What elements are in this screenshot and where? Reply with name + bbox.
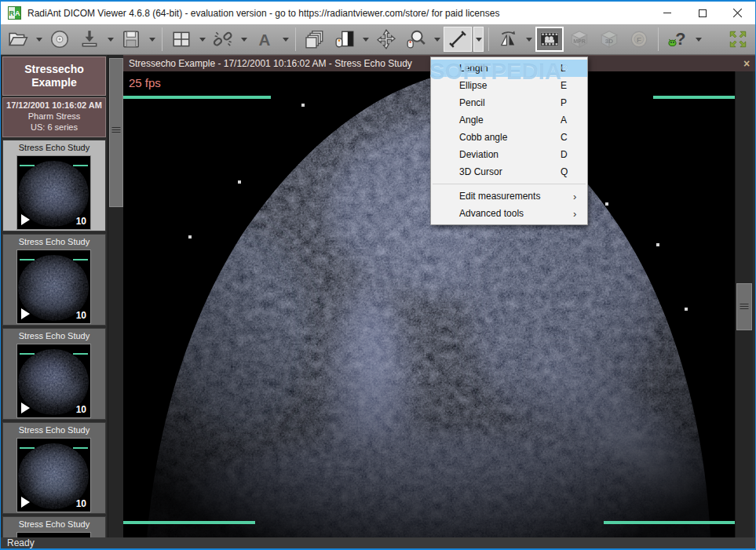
fullscreen-button[interactable]	[724, 27, 752, 52]
menu-item-cobb-angle[interactable]: Cobb angle C	[431, 129, 587, 146]
fullscreen-icon	[728, 29, 748, 49]
menu-item-shortcut: E	[561, 80, 587, 91]
series-scrollbar[interactable]	[735, 71, 753, 537]
menu-item-3d-cursor[interactable]: 3D Cursor Q	[431, 163, 587, 180]
ecg-marker	[20, 447, 35, 449]
menu-item-deviation[interactable]: Deviation D	[431, 146, 587, 163]
export-dropdown[interactable]	[147, 27, 157, 52]
fusion-icon: F	[629, 29, 649, 49]
menu-item-angle[interactable]: Angle A	[431, 111, 587, 129]
ecg-marker	[73, 165, 88, 166]
patient-name-header[interactable]: Stressecho Example	[2, 56, 106, 96]
cine-film-icon	[539, 29, 560, 49]
menu-item-label: Edit measurements	[431, 191, 573, 202]
pan-button[interactable]	[372, 27, 400, 52]
rotate-flip-icon	[498, 29, 518, 49]
menu-item-pencil[interactable]: Pencil P	[431, 94, 587, 111]
help-dropdown[interactable]	[693, 27, 703, 52]
open-study-dropdown[interactable]	[34, 27, 44, 52]
ecg-marker-line	[123, 96, 271, 99]
toolbar: A	[1, 24, 755, 55]
series-layout-button[interactable]	[167, 27, 195, 52]
close-button[interactable]	[720, 2, 755, 24]
study-series-count: US: 6 series	[3, 122, 105, 132]
app-logo-icon: R A	[8, 6, 21, 20]
browse-series-button[interactable]	[301, 27, 329, 52]
thumbnail-label: Stress Echo Study	[3, 235, 105, 250]
close-icon	[732, 8, 743, 18]
tab-close-button[interactable]: ×	[738, 57, 755, 70]
series-thumbnail-5[interactable]: Stress Echo Study 10	[2, 516, 106, 537]
menu-item-advanced-tools[interactable]: Advanced tools ›	[431, 205, 587, 222]
import-button[interactable]	[75, 27, 104, 52]
help-button[interactable]: ?	[663, 27, 692, 52]
zoom-button[interactable]	[402, 27, 430, 52]
maximize-button[interactable]	[685, 2, 720, 24]
volume-3d-button: 3D	[595, 27, 623, 52]
series-thumbnail-4[interactable]: Stress Echo Study	[2, 422, 106, 514]
frame-count: 10	[76, 404, 86, 415]
annotations-dropdown[interactable]	[280, 27, 290, 52]
chevron-down-icon	[108, 38, 114, 42]
thumbnail-label: Stress Echo Study	[3, 517, 105, 532]
broken-chain-icon	[213, 29, 233, 49]
chevron-down-icon	[526, 38, 532, 42]
thumbnail-image: 10	[16, 344, 91, 418]
title-bar: R A RadiAnt DICOM Viewer 4.6.8 (64-bit) …	[1, 2, 755, 24]
menu-item-label: Angle	[431, 115, 561, 126]
ecg-marker	[20, 165, 35, 166]
annotations-button[interactable]: A	[250, 27, 279, 52]
cine-button[interactable]	[535, 27, 564, 52]
maximize-icon	[699, 9, 707, 17]
unlink-dropdown[interactable]	[239, 27, 249, 52]
minimize-button[interactable]	[649, 2, 685, 24]
play-icon	[21, 214, 30, 225]
svg-text:?: ?	[675, 29, 685, 49]
measurements-dropdown[interactable]	[473, 27, 484, 52]
fps-overlay: 25 fps	[129, 76, 161, 89]
svg-text:3D: 3D	[605, 38, 614, 45]
ecg-marker	[73, 447, 88, 449]
menu-item-label: Ellipse	[431, 80, 561, 91]
export-save-button[interactable]	[117, 27, 145, 52]
help-icon: ?	[667, 29, 688, 49]
ecg-marker-line	[653, 96, 735, 99]
pan-arrows-icon	[376, 29, 396, 49]
chevron-down-icon	[363, 38, 369, 42]
window-level-icon	[334, 29, 355, 49]
rotate-flip-button[interactable]	[494, 27, 522, 52]
window-level-dropdown[interactable]	[360, 27, 371, 52]
import-dropdown[interactable]	[105, 27, 115, 52]
measurements-button[interactable]	[444, 27, 472, 52]
menu-item-length[interactable]: Length L	[431, 60, 587, 77]
study-info[interactable]: 17/12/2001 10:16:02 AM Pharm Stress US: …	[2, 97, 106, 137]
frame-count: 10	[76, 216, 86, 227]
measure-line-icon	[447, 29, 468, 49]
window-level-button[interactable]	[331, 27, 359, 52]
open-study-button[interactable]	[4, 27, 32, 52]
grip-icon	[740, 303, 749, 310]
menu-item-shortcut: L	[561, 63, 587, 74]
thumbnail-scrollbar-thumb[interactable]	[109, 58, 123, 207]
ecg-marker-line	[123, 521, 255, 524]
zoom-dropdown[interactable]	[432, 27, 442, 52]
frame-count: 10	[76, 498, 86, 509]
series-thumbnail-3[interactable]: Stress Echo Study	[2, 328, 106, 420]
series-scrollbar-thumb[interactable]	[736, 283, 752, 330]
series-layout-dropdown[interactable]	[197, 27, 207, 52]
submenu-arrow-icon: ›	[573, 191, 587, 202]
chevron-down-icon	[476, 38, 482, 42]
menu-item-shortcut: Q	[561, 166, 587, 177]
unlink-series-button[interactable]	[209, 27, 237, 52]
thumbnail-scrollbar[interactable]	[108, 55, 123, 537]
series-thumbnail-1[interactable]: Stress Echo Study	[2, 140, 106, 231]
rotate-flip-dropdown[interactable]	[524, 27, 534, 52]
menu-item-ellipse[interactable]: Ellipse E	[431, 77, 587, 94]
series-thumbnail-2[interactable]: Stress Echo Study	[2, 234, 106, 326]
frame-count: 10	[76, 310, 86, 321]
menu-item-edit-measurements[interactable]: Edit measurements ›	[431, 188, 587, 205]
image-stack-icon	[305, 29, 325, 49]
toolbar-separator	[295, 27, 296, 51]
image-viewport[interactable]: 25 fps	[123, 71, 735, 537]
cd-dvd-burn-button[interactable]	[46, 27, 74, 52]
